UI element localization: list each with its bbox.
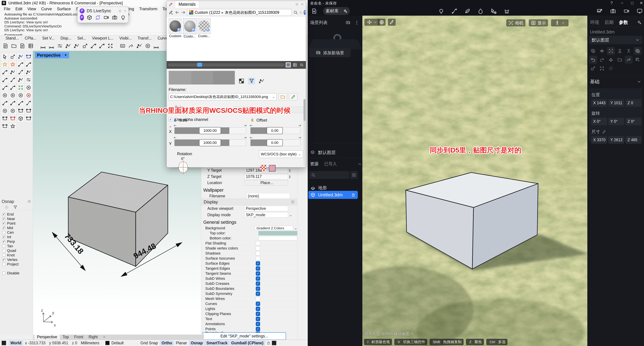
filter-icon[interactable] [248, 78, 255, 84]
help-icon[interactable]: ? [304, 10, 306, 15]
layer-button[interactable]: Default [110, 340, 126, 346]
checkbox[interactable] [256, 317, 260, 321]
d5-viewport[interactable]: 相机 显示 镜头高度: 1.55m 移动速度: 5 I材质吸色笔 V切换三轴控件… [362, 16, 587, 346]
browse-folder-button[interactable] [278, 93, 287, 100]
menu-item-curve[interactable]: Curve [39, 6, 54, 11]
measure-icon[interactable] [56, 42, 64, 50]
sketch-tool[interactable] [17, 68, 24, 76]
point-coords-icon[interactable] [106, 42, 114, 50]
arc1-tool[interactable] [1, 99, 8, 107]
unlock-icon[interactable] [250, 118, 254, 122]
text-icon[interactable] [119, 42, 126, 50]
world-axis-button[interactable] [378, 19, 386, 26]
position-z-field[interactable]: Z 0 [626, 99, 641, 107]
sparkle-icon[interactable] [636, 20, 642, 25]
mirror-icon[interactable] [598, 47, 606, 55]
blend-right-tool[interactable] [9, 84, 16, 91]
rotation-y-field[interactable]: Y 0° [608, 118, 624, 125]
plane-tool[interactable] [17, 53, 24, 60]
osnap-option-perp[interactable]: Perp [2, 239, 33, 244]
rounded-rect-tool[interactable] [1, 115, 8, 122]
minimize-icon[interactable]: − [618, 1, 626, 6]
scale-icon[interactable] [589, 64, 597, 72]
material-breadcrumb[interactable]: Custom (1)222 ▸ 灰色花岗岩贴图ID_1151339309 [187, 9, 292, 16]
add-scene-button[interactable]: 添加新场景 [309, 48, 351, 57]
circle-arrow-tool[interactable] [25, 92, 32, 99]
asset-library-button[interactable]: 素材库 [323, 7, 350, 15]
z-target-field[interactable]: 1079.117 [244, 174, 288, 180]
material-item[interactable]: Custom [169, 18, 182, 61]
checkbox[interactable] [2, 213, 6, 216]
detail-view-icon[interactable] [299, 62, 304, 68]
curve-tool[interactable] [17, 60, 24, 68]
search-icon[interactable] [294, 10, 298, 15]
model-item-selected[interactable]: Untitled.3dm [308, 191, 358, 199]
toggle-grid-snap[interactable]: Grid Snap [139, 340, 160, 346]
checker-preview-icon[interactable] [260, 165, 266, 171]
checkbox[interactable] [256, 251, 260, 256]
osnap-option-end[interactable]: End [2, 212, 33, 216]
axis-tool[interactable] [17, 84, 24, 91]
chevron-down-icon[interactable]: ▼ [62, 54, 67, 57]
spinner[interactable]: ▲▼ [289, 169, 291, 172]
osnap-option-quad[interactable]: Quad [2, 248, 33, 253]
undo-icon[interactable] [589, 56, 597, 64]
grid-view-icon[interactable] [286, 62, 291, 68]
save-file-icon[interactable] [18, 42, 26, 50]
path-icon[interactable] [451, 8, 457, 14]
share-icon[interactable] [625, 56, 633, 64]
checkbox[interactable] [256, 322, 260, 326]
size-y-field[interactable]: Y 2612 [608, 136, 624, 144]
lock-icon[interactable] [266, 341, 270, 345]
viewport-title-tab[interactable]: Perspective ▼ [35, 52, 69, 58]
close-icon[interactable]: ✕ [124, 9, 126, 13]
hatch-icon[interactable] [136, 42, 143, 50]
material-paint-icon[interactable] [607, 56, 615, 64]
toolbar-tab-standard[interactable]: Stand... [3, 36, 22, 40]
checkbox[interactable] [256, 312, 260, 316]
gear-icon[interactable] [27, 200, 31, 204]
rotation-dial[interactable] [178, 162, 188, 173]
view-sync-icon[interactable] [95, 14, 101, 20]
star-tool[interactable] [9, 122, 16, 130]
resources-tab[interactable]: 资源 [310, 161, 318, 166]
display-mode-button[interactable]: 显示 [529, 19, 548, 26]
tab-parameters[interactable]: 参数 [619, 19, 628, 26]
checkbox[interactable] [256, 327, 260, 331]
collapse-icon[interactable] [357, 162, 362, 166]
add-scene-icon[interactable] [346, 20, 350, 25]
maximize-icon[interactable]: □ [628, 1, 636, 6]
imported-tab[interactable]: 已导入 [324, 161, 337, 166]
checkbox[interactable] [256, 286, 260, 291]
render-image-icon[interactable] [596, 8, 603, 14]
rotation-z-field[interactable]: Z 0° [626, 118, 641, 125]
forward-icon[interactable] [181, 10, 186, 15]
blend-left-tool[interactable] [1, 84, 8, 91]
polygon-edge-tool[interactable] [25, 115, 32, 122]
checkbox[interactable] [256, 296, 260, 301]
checkbox[interactable] [2, 263, 6, 266]
checkbox[interactable] [256, 282, 260, 286]
rectangle-3pt-tool[interactable] [25, 107, 32, 114]
toggle-ortho[interactable]: Ortho [160, 340, 174, 346]
size-y-slider[interactable]: ⇤⇥ 1000.00 [174, 140, 246, 146]
circle-diameter-tool[interactable] [17, 92, 24, 99]
edit-display-mode-button[interactable]: Edit "SKP_mode" settings... [202, 332, 286, 340]
polyline-icon[interactable] [64, 42, 72, 50]
toolbar-tab-viewport-layout[interactable]: Viewport L... [89, 36, 116, 40]
link-icon[interactable] [602, 130, 606, 134]
checkbox[interactable] [256, 302, 260, 306]
leader-icon[interactable] [127, 42, 135, 50]
toolbar-tab-setview[interactable]: Set V... [39, 36, 58, 40]
list-view-icon[interactable] [292, 62, 298, 68]
osnap-option-knot[interactable]: Knot [2, 253, 33, 258]
handle-curve-tool[interactable] [9, 76, 16, 84]
light-icon[interactable] [438, 8, 444, 14]
osnap-option-point[interactable]: Point [2, 221, 33, 226]
position-y-field[interactable]: Y 1011 [608, 99, 624, 107]
checkbox[interactable] [256, 261, 260, 266]
material-item[interactable]: Custo... [198, 18, 211, 61]
menu-item-transform[interactable]: Transform [137, 6, 160, 11]
texture-filename-field[interactable]: C:\Users\alvin\Desktop\灰色花岗岩贴图ID_1151339… [169, 93, 276, 100]
position-x-field[interactable]: X 1443 [591, 99, 607, 107]
